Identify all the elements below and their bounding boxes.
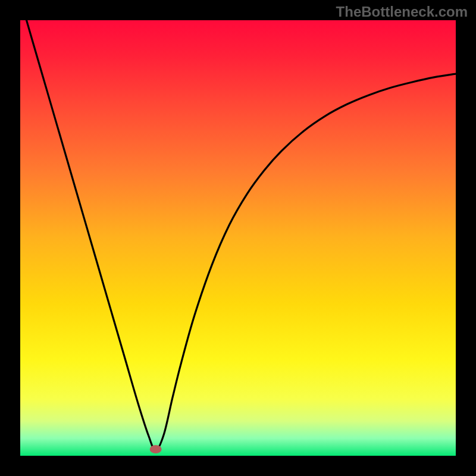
gradient-background (20, 20, 456, 456)
optimal-point-marker (150, 445, 162, 453)
chart-svg (20, 20, 456, 456)
plot-area (20, 20, 456, 456)
watermark-text: TheBottleneck.com (336, 4, 468, 20)
chart-frame: TheBottleneck.com (0, 0, 476, 476)
